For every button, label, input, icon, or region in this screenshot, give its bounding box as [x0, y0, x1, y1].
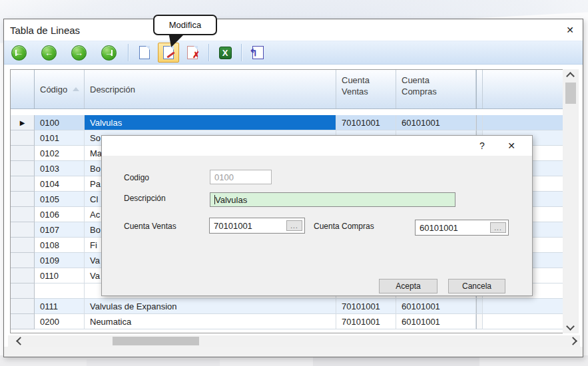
cuenta-compras-field[interactable]: 60101001 ...: [415, 220, 509, 236]
previous-record-button[interactable]: ←: [41, 45, 57, 61]
cuenta-ventas-cell[interactable]: 70101001: [336, 299, 396, 314]
window-titlebar: Tabla de Lineas ✕: [4, 19, 583, 41]
descripcion-cell[interactable]: Valvulas de Expansion: [85, 299, 336, 314]
codigo-cell[interactable]: [35, 283, 85, 299]
header-descripcion-label: Descripción: [90, 85, 135, 94]
table-row[interactable]: 0111 Valvulas de Expansion 70101001 6010…: [11, 299, 563, 314]
row-marker-cell: [11, 253, 35, 268]
toolbar-separator: [128, 44, 129, 61]
delete-record-button[interactable]: ✗: [182, 43, 203, 63]
codigo-cell[interactable]: 0105: [35, 192, 85, 207]
first-bar: [15, 50, 17, 56]
row-marker-cell: [11, 207, 35, 222]
header-cuenta-ventas[interactable]: Cuenta Ventas: [336, 70, 396, 108]
last-record-button[interactable]: →: [101, 45, 117, 61]
codigo-cell[interactable]: 0106: [35, 207, 85, 222]
row-marker-cell: [11, 192, 35, 207]
tooltip-modifica: Modifica: [153, 15, 217, 35]
filler-cell: [483, 314, 563, 329]
scroll-down-icon[interactable]: [566, 322, 575, 331]
header-codigo[interactable]: Código: [35, 70, 85, 108]
row-marker-cell: [11, 283, 35, 299]
dialog-close-icon[interactable]: ✕: [503, 139, 520, 152]
first-record-button[interactable]: ←: [11, 45, 27, 61]
cuenta-compras-cell[interactable]: 60101001: [396, 115, 476, 130]
scroll-right-icon[interactable]: [569, 337, 577, 345]
codigo-cell[interactable]: 0101: [35, 130, 85, 146]
descripcion-cell[interactable]: Neumatica: [85, 314, 336, 329]
toolbar-separator: [208, 44, 209, 61]
horizontal-scrollbar-thumb[interactable]: [113, 337, 199, 345]
narrow-cell: [476, 115, 483, 130]
header-filler: [483, 70, 563, 108]
row-marker-cell: ▶: [11, 115, 35, 130]
export-excel-button[interactable]: X: [214, 43, 236, 63]
row-marker-cell: [11, 130, 35, 146]
last-bar: [111, 50, 113, 56]
tooltip-text: Modifica: [169, 20, 201, 30]
cancel-label: Cancela: [462, 281, 491, 291]
sort-ascending-icon: [73, 87, 79, 91]
cuenta-ventas-cell[interactable]: 70101001: [336, 115, 396, 130]
descripcion-value: Valvulas: [215, 195, 247, 205]
new-document-icon: [139, 46, 150, 59]
close-icon[interactable]: ✕: [563, 23, 577, 37]
header-descripcion[interactable]: Descripción: [85, 70, 336, 108]
row-marker-cell: [11, 222, 35, 238]
header-cuenta-compras[interactable]: Cuenta Compras: [396, 70, 476, 108]
accept-button[interactable]: Acepta: [379, 279, 438, 293]
window-bottom-strip: [4, 347, 583, 357]
next-record-button[interactable]: →: [71, 45, 87, 61]
descripcion-field[interactable]: Valvulas: [210, 192, 455, 207]
codigo-cell[interactable]: 0200: [35, 314, 85, 329]
codigo-field: 0100: [210, 170, 272, 184]
descripcion-cell[interactable]: Valvulas: [85, 115, 336, 130]
scroll-up-icon[interactable]: [566, 72, 575, 81]
help-icon[interactable]: ?: [473, 139, 491, 152]
header-marker: [11, 70, 35, 108]
descripcion-label: Descripción: [124, 194, 166, 203]
table-row[interactable]: 0200 Neumatica 70101001 60101001: [11, 314, 563, 329]
cancel-button[interactable]: Cancela: [448, 279, 505, 293]
codigo-cell[interactable]: 0102: [35, 146, 85, 161]
header-cv-line2: Ventas: [342, 86, 368, 97]
edit-dialog: ? ✕ Codigo 0100 Descripción Valvulas Cue…: [101, 135, 533, 296]
browse-compras-button[interactable]: ...: [490, 222, 506, 233]
edit-document-icon: [163, 46, 174, 59]
row-marker-cell: [11, 161, 35, 176]
scroll-left-icon[interactable]: [16, 337, 25, 345]
dialog-titlebar: ? ✕: [102, 136, 532, 156]
codigo-cell[interactable]: 0108: [35, 238, 85, 253]
cuenta-compras-cell[interactable]: 60101001: [396, 314, 476, 329]
cuenta-compras-value: 60101001: [420, 223, 458, 233]
codigo-cell[interactable]: 0107: [35, 222, 85, 238]
background-block: [313, 357, 479, 366]
cuenta-ventas-cell[interactable]: 70101001: [336, 314, 396, 329]
row-marker-cell: [11, 268, 35, 283]
cuenta-ventas-value: 70101001: [214, 221, 252, 231]
cuenta-ventas-label: Cuenta Ventas: [124, 222, 176, 231]
codigo-cell[interactable]: 0104: [35, 176, 85, 192]
window-title: Tabla de Lineas: [10, 25, 80, 36]
horizontal-scrollbar[interactable]: [8, 335, 580, 347]
cuenta-ventas-field[interactable]: 70101001 ...: [209, 218, 305, 234]
toolbar: ← ← → → ✗ X: [4, 41, 583, 65]
codigo-cell[interactable]: 0103: [35, 161, 85, 176]
codigo-cell[interactable]: 0111: [35, 299, 85, 314]
background-block: [87, 359, 220, 366]
header-cc-line1: Cuenta: [402, 75, 430, 86]
cuenta-compras-cell[interactable]: 60101001: [396, 299, 476, 314]
new-record-button[interactable]: [134, 43, 155, 63]
cuenta-compras-label: Cuenta Compras: [314, 222, 374, 231]
codigo-cell[interactable]: 0100: [35, 115, 85, 130]
row-marker-cell: [11, 238, 35, 253]
codigo-cell[interactable]: 0110: [35, 268, 85, 283]
codigo-cell[interactable]: 0109: [35, 253, 85, 268]
table-row[interactable]: ▶ 0100 Valvulas 70101001 60101001: [11, 115, 563, 130]
row-marker-cell: [11, 314, 35, 329]
delete-document-icon: ✗: [187, 46, 198, 59]
browse-ventas-button[interactable]: ...: [286, 220, 302, 231]
vertical-scrollbar-thumb[interactable]: [565, 83, 576, 104]
vertical-scrollbar[interactable]: [563, 69, 579, 333]
exit-button[interactable]: [247, 43, 268, 63]
